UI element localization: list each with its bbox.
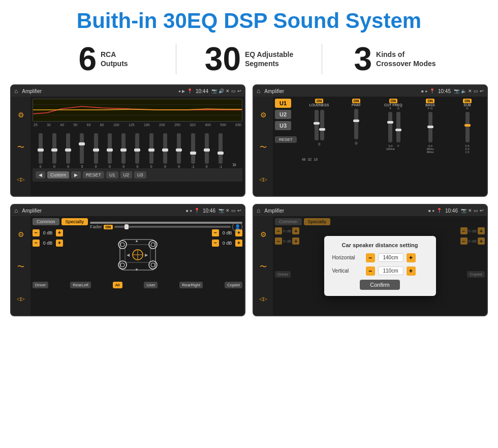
dist-arrows-icon[interactable]: ◁▷ bbox=[259, 296, 267, 302]
horizontal-minus-btn[interactable]: − bbox=[366, 253, 375, 262]
eq-slider-1[interactable]: 0 bbox=[52, 133, 56, 168]
eq-wave-icon[interactable]: 〜 bbox=[17, 143, 24, 152]
screen-speaker: ⌂ Amplifier ■ ● 📍 10:46 📷 ✕ ▭ ↩ ⚙ 〜 ◁▷ bbox=[10, 204, 245, 316]
cutfreq-f-slider[interactable] bbox=[388, 112, 392, 142]
spk-top-row: Common Specialty Fader ON 👤 bbox=[33, 218, 242, 227]
cross-wave-icon[interactable]: 〜 bbox=[260, 143, 267, 152]
loudness-slider-2[interactable] bbox=[320, 110, 324, 140]
cross-cutfreq: ON CUT FREQ F 3.0 100Hz bbox=[376, 99, 411, 154]
back-icon-4: ↩ bbox=[480, 208, 484, 213]
spk-fl-plus[interactable]: + bbox=[56, 229, 63, 236]
distance-content: ⚙ 〜 ◁▷ Common Specialty − 0 dB + bbox=[254, 216, 487, 315]
eq-slider-2[interactable]: 0 bbox=[66, 133, 70, 168]
home-icon-4[interactable]: ⌂ bbox=[257, 207, 260, 214]
eq-u2-btn[interactable]: U2 bbox=[120, 171, 133, 178]
cross-u1-btn[interactable]: U1 bbox=[275, 99, 291, 108]
car-diagram-container: ▲ ▼ ◀ ▶ bbox=[66, 229, 209, 280]
eq-slider-11[interactable]: -1 bbox=[191, 133, 195, 168]
status-icons-speaker: 📍 10:46 📷 ✕ ▭ ↩ bbox=[194, 208, 241, 214]
btn-user[interactable]: User bbox=[144, 282, 158, 288]
eq-slider-13[interactable]: -1 bbox=[219, 133, 223, 168]
home-icon-2[interactable]: ⌂ bbox=[257, 87, 260, 95]
location-icon-2: 📍 bbox=[429, 88, 435, 94]
cross-u3-btn[interactable]: U3 bbox=[275, 121, 291, 130]
eq-slider-0[interactable]: 0 bbox=[39, 133, 43, 168]
screen-distance: ⌂ Amplifier ■ ● 📍 10:46 📷 ✕ ▭ ↩ ⚙ 〜 ◁▷ C… bbox=[253, 204, 488, 316]
confirm-button[interactable]: Confirm bbox=[360, 280, 400, 290]
spk-rr-minus[interactable]: − bbox=[212, 240, 219, 247]
spk-rl-minus[interactable]: − bbox=[33, 240, 40, 247]
spk-sidebar: ⚙ 〜 ◁▷ bbox=[11, 216, 30, 315]
eq-slider-4[interactable]: 0 bbox=[94, 133, 98, 168]
loudness-slider-1[interactable] bbox=[315, 110, 319, 140]
eq-slider-6[interactable]: 0 bbox=[121, 133, 126, 168]
loudness-label: LOUDNESS bbox=[309, 103, 329, 107]
home-icon-3[interactable]: ⌂ bbox=[14, 207, 18, 214]
freq-125: 125 bbox=[129, 123, 135, 127]
crossover-time: 10:45 bbox=[438, 88, 451, 94]
stat-label-eq-2: Segments bbox=[245, 59, 293, 68]
tab-specialty[interactable]: Specialty bbox=[61, 218, 88, 225]
btn-rearright[interactable]: RearRight bbox=[179, 282, 203, 288]
horizontal-label: Horizontal bbox=[332, 255, 363, 260]
spk-rl-val: 0 dB bbox=[41, 241, 55, 246]
volume-icon: 🔊 bbox=[219, 88, 224, 94]
cross-u2-btn[interactable]: U2 bbox=[275, 110, 291, 119]
stat-number-crossover: 3 bbox=[354, 43, 372, 75]
horizontal-plus-btn[interactable]: + bbox=[407, 253, 416, 262]
eq-more-icon[interactable]: » bbox=[232, 160, 236, 168]
dist-wave-icon[interactable]: 〜 bbox=[260, 262, 267, 272]
spk-fl-row: − 0 dB + bbox=[33, 229, 63, 236]
cross-reset-btn[interactable]: RESET bbox=[275, 136, 297, 143]
eq-play-btn[interactable]: ▶ bbox=[71, 171, 81, 178]
cutfreq-g-slider[interactable] bbox=[396, 112, 400, 142]
eq-slider-5[interactable]: 0 bbox=[108, 133, 112, 168]
eq-speaker-icon[interactable]: ◁▷ bbox=[17, 176, 25, 182]
status-bar-distance: ⌂ Amplifier ■ ● 📍 10:46 📷 ✕ ▭ ↩ bbox=[254, 205, 487, 216]
eq-reset-btn[interactable]: RESET bbox=[83, 171, 104, 178]
svg-text:▼: ▼ bbox=[135, 267, 139, 272]
eq-slider-9[interactable]: 0 bbox=[163, 133, 167, 168]
svg-point-6 bbox=[120, 243, 124, 247]
vertical-label: Vertical bbox=[332, 268, 363, 274]
eq-custom-btn[interactable]: Custom bbox=[47, 171, 69, 178]
eq-slider-10[interactable]: 0 bbox=[177, 133, 181, 168]
vertical-plus-btn[interactable]: + bbox=[407, 266, 416, 276]
freq-80: 80 bbox=[100, 123, 104, 127]
home-icon[interactable]: ⌂ bbox=[14, 87, 18, 95]
spk-wave-icon[interactable]: 〜 bbox=[17, 262, 24, 272]
btn-driver[interactable]: Driver bbox=[33, 282, 48, 288]
vertical-minus-btn[interactable]: − bbox=[366, 266, 375, 276]
eq-u3-btn[interactable]: U3 bbox=[134, 171, 146, 178]
spk-rl-plus[interactable]: + bbox=[56, 240, 63, 247]
eq-slider-12[interactable]: 0 bbox=[205, 133, 209, 168]
back-icon: ↩ bbox=[237, 88, 241, 94]
spk-rl-row: − 0 dB + bbox=[33, 240, 63, 247]
eq-u1-btn[interactable]: U1 bbox=[106, 171, 118, 178]
loudness-sliders-row bbox=[315, 108, 324, 142]
fader-slider[interactable] bbox=[114, 226, 231, 228]
cross-speaker-icon[interactable]: ◁▷ bbox=[259, 176, 267, 182]
stat-label-crossover-1: Kinds of bbox=[376, 50, 435, 59]
btn-rearleft[interactable]: RearLeft bbox=[70, 282, 91, 288]
cross-filter-icon[interactable]: ⚙ bbox=[260, 111, 267, 119]
svg-point-10 bbox=[120, 263, 124, 267]
tab-common[interactable]: Common bbox=[33, 218, 59, 225]
eq-filter-icon[interactable]: ⚙ bbox=[18, 111, 24, 119]
spk-filter-icon[interactable]: ⚙ bbox=[18, 230, 24, 238]
phat-label: PHAT bbox=[352, 103, 361, 107]
eq-slider-7[interactable]: 0 bbox=[135, 133, 139, 168]
bass-slider[interactable] bbox=[428, 112, 432, 142]
eq-slider-3[interactable]: 5 bbox=[80, 133, 84, 168]
eq-slider-8[interactable]: 0 bbox=[149, 133, 153, 168]
dist-filter-icon[interactable]: ⚙ bbox=[260, 230, 267, 238]
sub-slider[interactable] bbox=[465, 112, 470, 142]
btn-copilot[interactable]: Copilot bbox=[225, 282, 242, 288]
spk-rr-plus[interactable]: + bbox=[235, 240, 242, 247]
btn-all[interactable]: All bbox=[113, 282, 122, 288]
eq-prev-btn[interactable]: ◀ bbox=[36, 171, 45, 178]
camera-icon-4: 📷 bbox=[461, 208, 466, 213]
spk-fl-minus[interactable]: − bbox=[33, 229, 40, 236]
spk-arrows-icon[interactable]: ◁▷ bbox=[17, 296, 25, 302]
phat-slider[interactable] bbox=[354, 109, 358, 139]
